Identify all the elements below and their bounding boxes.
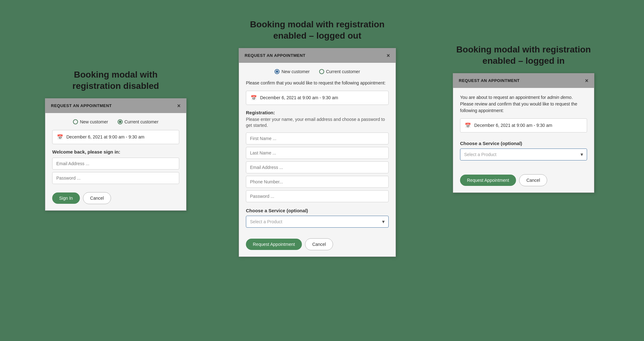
btn-row-center: Request Appointment Cancel bbox=[246, 238, 389, 250]
loggedin-desc-pre: You are about to request an appointment … bbox=[460, 95, 547, 100]
email-input-left[interactable] bbox=[52, 158, 179, 170]
welcome-text-left: Welcome back, please sign in: bbox=[52, 149, 179, 154]
col-right-title: Booking modal with registration enabled … bbox=[448, 44, 599, 67]
modal-left: REQUEST AN APPOINTMENT × New customer Cu… bbox=[45, 98, 186, 211]
date-display-left: 📅 December 6, 2021 at 9:00 am - 9:30 am bbox=[52, 130, 179, 144]
modal-center-header-title: REQUEST AN APPOINTMENT bbox=[245, 53, 306, 58]
col-center-title: Booking modal with registration enabled … bbox=[242, 19, 393, 42]
radio-new-customer-circle-center bbox=[275, 69, 280, 74]
date-text-left: December 6, 2021 at 9:00 am - 9:30 am bbox=[66, 134, 144, 139]
registration-desc-center: Please enter your name, your email addre… bbox=[246, 116, 389, 129]
registration-title-center: Registration: bbox=[246, 110, 389, 115]
password-input-left[interactable] bbox=[52, 172, 179, 184]
date-display-center: 📅 December 6, 2021 at 9:00 am - 9:30 am bbox=[246, 91, 389, 105]
btn-row-right: Request Appointment Cancel bbox=[460, 174, 587, 186]
choose-service-label-center: Choose a Service (optional) bbox=[246, 208, 389, 213]
radio-current-customer-center[interactable]: Current customer bbox=[319, 69, 360, 74]
modal-left-header: REQUEST AN APPOINTMENT × bbox=[45, 99, 186, 113]
email-input-center[interactable] bbox=[246, 161, 389, 173]
col-left-title-text: Booking modal with registration disabled bbox=[72, 70, 159, 91]
col-left-title: Booking modal with registration disabled bbox=[53, 69, 179, 92]
radio-new-customer-center[interactable]: New customer bbox=[275, 69, 309, 74]
radio-new-customer-circle-left bbox=[73, 119, 78, 124]
cancel-button-left[interactable]: Cancel bbox=[83, 192, 111, 204]
modal-left-radio-group: New customer Current customer bbox=[52, 119, 179, 124]
modal-right-body: You are about to request an appointment … bbox=[453, 88, 594, 192]
radio-current-customer-label-left: Current customer bbox=[125, 119, 158, 124]
radio-current-customer-left[interactable]: Current customer bbox=[118, 119, 158, 124]
radio-current-customer-label-center: Current customer bbox=[326, 69, 360, 74]
product-select-center[interactable]: Select a Product bbox=[246, 216, 389, 228]
col-center-title-text: Booking modal with registration enabled … bbox=[250, 19, 385, 41]
btn-row-left: Sign In Cancel bbox=[52, 192, 179, 204]
col-right-title-text: Booking modal with registration enabled … bbox=[456, 45, 591, 66]
loggedin-user: admin demo bbox=[547, 95, 571, 100]
last-name-input-center[interactable] bbox=[246, 147, 389, 159]
request-appointment-button-center[interactable]: Request Appointment bbox=[246, 239, 302, 250]
col-right: Booking modal with registration enabled … bbox=[448, 44, 599, 193]
confirm-text-center: Please confirm that you would like to re… bbox=[246, 80, 389, 86]
loggedin-desc-right: You are about to request an appointment … bbox=[460, 94, 587, 114]
select-wrapper-center: Select a Product ▼ bbox=[246, 216, 389, 228]
modal-center-radio-group: New customer Current customer bbox=[246, 69, 389, 74]
radio-new-customer-label-center: New customer bbox=[281, 69, 309, 74]
radio-current-customer-circle-left bbox=[118, 119, 123, 124]
request-appointment-button-right[interactable]: Request Appointment bbox=[460, 175, 516, 186]
date-text-right: December 6, 2021 at 9:00 am - 9:30 am bbox=[474, 123, 552, 128]
date-text-center: December 6, 2021 at 9:00 am - 9:30 am bbox=[260, 95, 338, 100]
cancel-button-center[interactable]: Cancel bbox=[305, 238, 333, 250]
select-wrapper-right: Select a Product ▼ bbox=[460, 149, 587, 160]
modal-center-header: REQUEST AN APPOINTMENT × bbox=[239, 48, 396, 63]
modal-left-header-title: REQUEST AN APPOINTMENT bbox=[51, 103, 112, 108]
modal-center: REQUEST AN APPOINTMENT × New customer Cu… bbox=[239, 48, 396, 257]
calendar-icon-left: 📅 bbox=[57, 134, 63, 140]
radio-new-customer-left[interactable]: New customer bbox=[73, 119, 108, 124]
modal-right-header-title: REQUEST AN APPOINTMENT bbox=[459, 78, 520, 83]
modal-right: REQUEST AN APPOINTMENT × You are about t… bbox=[453, 73, 594, 193]
phone-input-center[interactable] bbox=[246, 176, 389, 188]
modal-center-body: New customer Current customer Please con… bbox=[239, 63, 396, 257]
choose-service-label-right: Choose a Service (optional) bbox=[460, 141, 587, 146]
cancel-button-right[interactable]: Cancel bbox=[519, 174, 547, 186]
password-input-center[interactable] bbox=[246, 190, 389, 202]
calendar-icon-right: 📅 bbox=[465, 122, 471, 128]
modal-right-header: REQUEST AN APPOINTMENT × bbox=[453, 73, 594, 88]
product-select-right[interactable]: Select a Product bbox=[460, 149, 587, 160]
radio-new-customer-label-left: New customer bbox=[80, 119, 108, 124]
page-container: Booking modal with registration disabled… bbox=[0, 0, 644, 341]
modal-center-close-button[interactable]: × bbox=[386, 53, 390, 58]
modal-left-close-button[interactable]: × bbox=[177, 103, 180, 109]
modal-right-close-button[interactable]: × bbox=[585, 78, 588, 84]
modal-left-body: New customer Current customer 📅 December… bbox=[45, 113, 186, 210]
col-center: Booking modal with registration enabled … bbox=[239, 19, 396, 257]
first-name-input-center[interactable] bbox=[246, 133, 389, 144]
radio-current-customer-circle-center bbox=[319, 69, 324, 74]
signin-button-left[interactable]: Sign In bbox=[52, 192, 80, 204]
col-left: Booking modal with registration disabled… bbox=[45, 69, 186, 211]
date-display-right: 📅 December 6, 2021 at 9:00 am - 9:30 am bbox=[460, 118, 587, 133]
calendar-icon-center: 📅 bbox=[251, 95, 257, 101]
